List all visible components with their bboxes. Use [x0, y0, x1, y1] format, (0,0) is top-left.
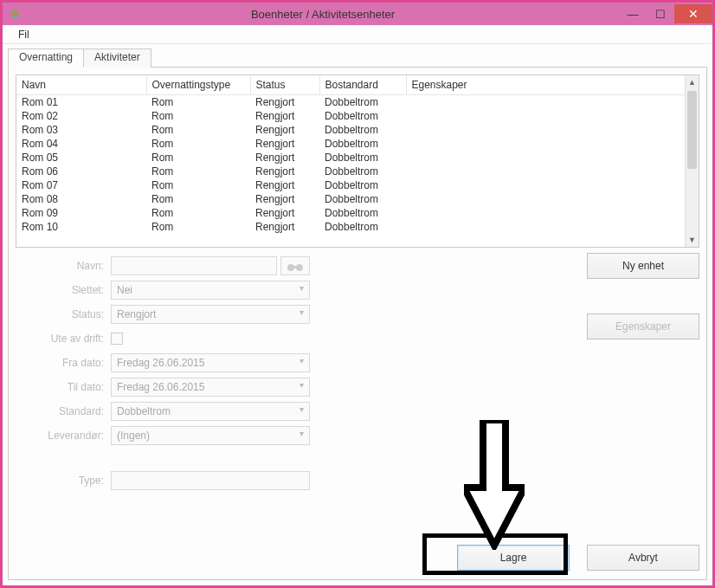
cancel-button[interactable]: Avbryt [587, 545, 699, 571]
datepicker-til-dato[interactable]: Fredag 26.06.2015 [111, 378, 310, 397]
table-cell-name: Rom 01 [16, 95, 146, 110]
table-cell-type: Rom [146, 206, 250, 220]
col-navn[interactable]: Navn [16, 75, 146, 95]
label-status: Status: [16, 308, 111, 320]
table-row[interactable]: Rom 08RomRengjortDobbeltrom [16, 192, 685, 206]
table-row[interactable]: Rom 02RomRengjortDobbeltrom [16, 109, 685, 123]
table-cell-properties [406, 178, 685, 192]
content-area: Overnatting Aktiviteter Navn [3, 44, 712, 585]
table-cell-status: Rengjort [250, 165, 319, 178]
table-row[interactable]: Rom 10RomRengjortDobbeltrom [16, 220, 685, 234]
table-cell-standard: Dobbeltrom [319, 137, 406, 151]
app-icon [8, 7, 22, 21]
col-bostandard[interactable]: Bostandard [319, 75, 406, 95]
input-navn[interactable] [111, 256, 277, 275]
unit-table-wrap: Navn Overnattingstype Status Bostandard … [16, 74, 699, 248]
col-egenskaper[interactable]: Egenskaper [406, 75, 685, 95]
select-standard[interactable]: Dobbeltrom [111, 402, 310, 421]
table-row[interactable]: Rom 09RomRengjortDobbeltrom [16, 206, 685, 220]
svg-rect-2 [293, 266, 297, 268]
table-cell-type: Rom [146, 220, 250, 234]
fra-dato-value: Fredag 26.06.2015 [117, 357, 204, 369]
table-cell-type: Rom [146, 192, 250, 206]
minimize-button[interactable]: — [619, 4, 647, 23]
titlebar[interactable]: Boenheter / Aktivitetsenheter — ☐ ✕ [3, 3, 712, 25]
table-cell-name: Rom 09 [16, 206, 146, 220]
scrollbar-up-icon[interactable]: ▲ [686, 75, 699, 89]
svg-point-1 [296, 264, 303, 271]
label-leverandor: Leverandør: [16, 430, 111, 442]
table-cell-type: Rom [146, 178, 250, 192]
table-cell-standard: Dobbeltrom [319, 192, 406, 206]
unit-table-scroll[interactable]: Navn Overnattingstype Status Bostandard … [16, 75, 685, 247]
table-cell-properties [406, 192, 685, 206]
checkbox-ute-av-drift[interactable] [111, 333, 123, 345]
label-til-dato: Til dato: [16, 381, 111, 393]
select-slettet[interactable]: Nei [111, 281, 310, 300]
col-overnattingstype[interactable]: Overnattingstype [146, 75, 250, 95]
label-type: Type: [16, 475, 111, 487]
bottom-button-row: Lagre Avbryt [457, 545, 699, 571]
table-cell-standard: Dobbeltrom [319, 95, 406, 110]
table-cell-properties [406, 123, 685, 137]
table-scrollbar[interactable]: ▲ ▼ [685, 75, 699, 247]
table-cell-name: Rom 05 [16, 151, 146, 165]
table-cell-status: Rengjort [250, 192, 319, 206]
label-fra-dato: Fra dato: [16, 357, 111, 369]
table-cell-status: Rengjort [250, 206, 319, 220]
table-row[interactable]: Rom 04RomRengjortDobbeltrom [16, 137, 685, 151]
side-buttons: Ny enhet Egenskaper Lagre Avbryt [327, 253, 699, 572]
menu-file[interactable]: Fil [11, 27, 36, 42]
label-standard: Standard: [16, 405, 111, 417]
table-row[interactable]: Rom 05RomRengjortDobbeltrom [16, 151, 685, 165]
table-cell-standard: Dobbeltrom [319, 165, 406, 178]
select-standard-value: Dobbeltrom [117, 405, 171, 417]
table-cell-standard: Dobbeltrom [319, 206, 406, 220]
table-cell-type: Rom [146, 123, 250, 137]
table-cell-type: Rom [146, 109, 250, 123]
form-area: Navn: Slettet: Nei Status: R [16, 253, 699, 572]
table-cell-standard: Dobbeltrom [319, 123, 406, 137]
save-button[interactable]: Lagre [457, 545, 570, 571]
scrollbar-thumb[interactable] [687, 91, 697, 169]
tab-aktiviteter[interactable]: Aktiviteter [83, 48, 151, 68]
close-button[interactable]: ✕ [674, 4, 712, 23]
table-cell-name: Rom 04 [16, 137, 146, 151]
table-cell-name: Rom 03 [16, 123, 146, 137]
table-cell-properties [406, 109, 685, 123]
table-cell-status: Rengjort [250, 151, 319, 165]
table-cell-standard: Dobbeltrom [319, 178, 406, 192]
menubar: Fil [3, 25, 712, 44]
table-cell-status: Rengjort [250, 220, 319, 234]
select-leverandor-value: (Ingen) [117, 430, 150, 442]
table-row[interactable]: Rom 01RomRengjortDobbeltrom [16, 95, 685, 110]
table-cell-name: Rom 08 [16, 192, 146, 206]
table-cell-properties [406, 165, 685, 178]
binoculars-icon[interactable] [280, 256, 310, 275]
maximize-button[interactable]: ☐ [647, 4, 674, 23]
label-slettet: Slettet: [16, 284, 111, 296]
tab-overnatting[interactable]: Overnatting [8, 48, 84, 68]
table-cell-status: Rengjort [250, 109, 319, 123]
table-row[interactable]: Rom 03RomRengjortDobbeltrom [16, 123, 685, 137]
table-cell-type: Rom [146, 165, 250, 178]
table-header-row: Navn Overnattingstype Status Bostandard … [16, 75, 685, 95]
new-unit-button[interactable]: Ny enhet [587, 253, 699, 279]
datepicker-fra-dato[interactable]: Fredag 26.06.2015 [111, 353, 310, 372]
til-dato-value: Fredag 26.06.2015 [117, 381, 204, 393]
select-leverandor[interactable]: (Ingen) [111, 426, 310, 445]
table-cell-name: Rom 06 [16, 165, 146, 178]
table-row[interactable]: Rom 06RomRengjortDobbeltrom [16, 165, 685, 178]
table-cell-properties [406, 137, 685, 151]
select-slettet-value: Nei [117, 284, 132, 296]
main-window: Boenheter / Aktivitetsenheter — ☐ ✕ Fil … [2, 2, 713, 586]
input-type[interactable] [111, 471, 310, 490]
properties-button[interactable]: Egenskaper [587, 313, 699, 339]
col-status[interactable]: Status [250, 75, 319, 95]
label-navn: Navn: [16, 260, 111, 272]
table-cell-name: Rom 10 [16, 220, 146, 234]
table-row[interactable]: Rom 07RomRengjortDobbeltrom [16, 178, 685, 192]
table-cell-properties [406, 95, 685, 110]
scrollbar-down-icon[interactable]: ▼ [686, 233, 699, 247]
select-status[interactable]: Rengjort [111, 305, 310, 324]
